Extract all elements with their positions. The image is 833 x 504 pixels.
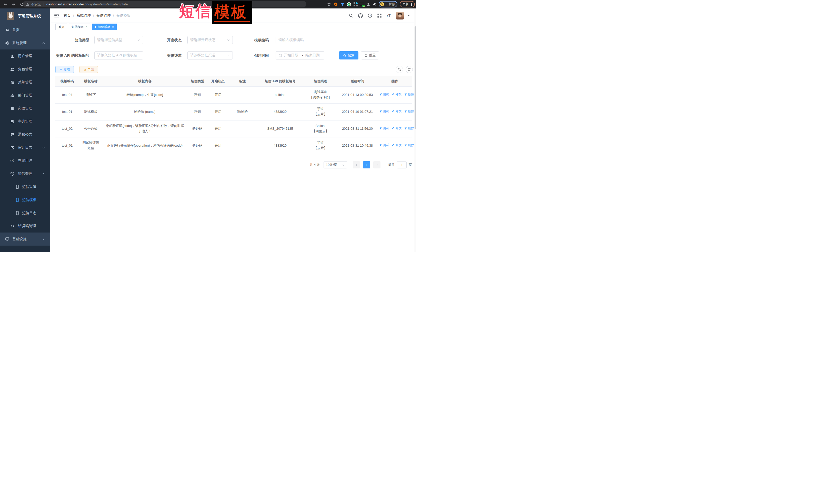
column-header: 创建时间	[337, 76, 378, 87]
extension-ring-icon[interactable]	[334, 2, 338, 6]
sidebar-item-label: 短信渠道	[22, 185, 37, 189]
sms-type-select[interactable]: 请选择短信类型	[94, 36, 143, 44]
sidebar-collapse-icon[interactable]	[54, 13, 60, 19]
sidebar-item-sms-log[interactable]: 短信日志	[0, 207, 50, 219]
scrollbar-thumb[interactable]	[414, 26, 416, 129]
sidebar-item-dept-management[interactable]: 部门管理	[0, 89, 50, 102]
test-row-button[interactable]: 测试	[379, 109, 389, 114]
address-bar[interactable]: 不安全 dashboard.yudao.iocoder.cn /system/s…	[23, 1, 306, 7]
channel-select[interactable]: 请选择短信渠道	[187, 51, 233, 59]
test-row-button[interactable]: 测试	[379, 92, 389, 97]
browser-profile-chip[interactable]: 已暂停	[379, 1, 398, 7]
sidebar-item-error-code-management[interactable]: 错误码管理	[0, 219, 50, 233]
sidebar-item-sms-channel[interactable]: 短信渠道	[0, 180, 50, 193]
reset-button[interactable]: 重置	[361, 51, 379, 59]
breadcrumb-sms[interactable]: 短信管理	[96, 13, 111, 18]
tab-sms-channel[interactable]: 短信渠道×	[69, 24, 90, 30]
sidebar-item-label: 首页	[12, 28, 20, 32]
column-header: 开启状态	[208, 76, 228, 87]
browser-forward-icon[interactable]	[10, 1, 17, 8]
tab-close-icon[interactable]: ×	[112, 25, 114, 28]
sidebar-item-menu-management[interactable]: 菜单管理	[0, 76, 50, 89]
sidebar-item-role-management[interactable]: 角色管理	[0, 63, 50, 76]
test-row-button[interactable]: 测试	[379, 143, 389, 148]
sidebar-item-dict-management[interactable]: 字典管理	[0, 115, 50, 128]
sidebar-item-system-management[interactable]: 系统管理	[0, 37, 50, 49]
sidebar-item-home[interactable]: 首页	[0, 23, 50, 37]
sidebar-item-audit-log[interactable]: 审计日志	[0, 141, 50, 154]
help-question-icon[interactable]: ?	[368, 13, 372, 18]
export-button[interactable]: 导出	[79, 66, 98, 73]
bookmark-star-icon[interactable]	[327, 2, 331, 6]
sidebar-item-online-users[interactable]: A在线用户	[0, 154, 50, 167]
sidebar-item-sms-template[interactable]: 短信模板	[0, 193, 50, 207]
cell-operations: 测试修改删除	[378, 120, 412, 137]
edit-row-button[interactable]: 修改	[391, 126, 402, 131]
url-domain: dashboard.yudao.iocoder.cn	[46, 2, 88, 6]
sidebar-item-user-management[interactable]: 用户管理	[0, 49, 50, 63]
search-button[interactable]: 搜索	[339, 51, 358, 59]
template-code-input[interactable]: 请输入模板编码	[276, 36, 324, 44]
security-chip-label[interactable]: 不安全	[31, 2, 41, 7]
user-avatar[interactable]	[396, 12, 404, 20]
breadcrumb-current: 短信模板	[116, 13, 131, 18]
tab-home[interactable]: 首页	[55, 24, 67, 30]
update-label: 更新	[403, 2, 409, 6]
sidebar-item-sms-management[interactable]: 短信管理	[0, 167, 50, 180]
profile-status-label: 已暂停	[386, 2, 395, 6]
extension-person-icon[interactable]	[366, 2, 370, 6]
browser-toolbar: 不安全 dashboard.yudao.iocoder.cn /system/s…	[0, 0, 416, 8]
github-icon[interactable]	[358, 13, 363, 18]
prev-page-button[interactable]	[353, 161, 360, 168]
page-number-button[interactable]: 1	[363, 161, 370, 168]
test-row-button[interactable]: 测试	[379, 126, 389, 131]
sms-type-label: 短信类型	[53, 36, 89, 44]
add-button[interactable]: 新增	[55, 66, 74, 73]
breadcrumb-system[interactable]: 系统管理	[76, 13, 91, 18]
edit-row-button[interactable]: 修改	[391, 109, 402, 114]
extension-list-icon[interactable]: on	[360, 3, 364, 6]
fullscreen-icon[interactable]	[377, 13, 382, 18]
sidebar-item-infrastructure[interactable]: 基础设施	[0, 233, 50, 246]
create-time-range-picker[interactable]: 开始日期 - 结束日期	[276, 51, 324, 59]
edit-row-button[interactable]: 修改	[391, 143, 402, 148]
sidebar-item-label: 审计日志	[18, 145, 32, 150]
tab-close-icon[interactable]: ×	[86, 25, 88, 28]
sidebar-logo[interactable]: 芋道管理系统	[0, 8, 50, 23]
chevron-down-icon	[227, 39, 230, 42]
extension-y-icon[interactable]: y	[347, 2, 351, 6]
browser-back-icon[interactable]	[2, 1, 9, 8]
page-header: 首页 / 系统管理 / 短信管理 / 短信模板 ? TT	[50, 8, 416, 23]
phone-icon	[16, 211, 20, 215]
table-row: test_02公告通知您的验证码{code}，该验证码5分钟内有效，请勿泄漏于他…	[55, 120, 412, 137]
extension-on-badge: on	[362, 5, 365, 7]
extensions-puzzle-icon[interactable]	[373, 2, 376, 6]
show-search-toggle-button[interactable]	[396, 66, 403, 73]
extension-grid-icon[interactable]	[353, 2, 358, 6]
browser-update-button[interactable]: 更新	[400, 1, 415, 7]
delete-row-button[interactable]: 删除	[404, 143, 414, 148]
edit-row-button[interactable]: 修改	[391, 92, 402, 97]
sidebar-item-announcement[interactable]: 通知公告	[0, 128, 50, 141]
font-size-icon[interactable]: TT	[387, 13, 391, 18]
refresh-table-button[interactable]	[406, 66, 413, 73]
send-icon	[379, 93, 382, 96]
cell-created-time: 2021-04-10 01:07:21	[337, 103, 378, 120]
status-select[interactable]: 请选择开启状态	[187, 36, 233, 44]
breadcrumb-home[interactable]: 首页	[64, 13, 71, 18]
op-label: 修改	[395, 92, 402, 97]
browser-menu-kebab-icon[interactable]	[410, 3, 413, 6]
delete-row-button[interactable]: 删除	[404, 126, 414, 131]
delete-row-button[interactable]: 删除	[404, 92, 414, 97]
delete-row-button[interactable]: 删除	[404, 109, 414, 114]
extension-gem-icon[interactable]	[340, 2, 344, 6]
code-icon	[10, 224, 14, 228]
page-size-select[interactable]: 10条/页	[324, 161, 347, 168]
sidebar-item-post-management[interactable]: 岗位管理	[0, 102, 50, 115]
goto-page-input[interactable]: 1	[397, 161, 407, 168]
api-template-id-input[interactable]: 请输入短信 API 的模板编	[94, 51, 143, 59]
avatar-caret-down-icon[interactable]	[407, 14, 410, 17]
tab-sms-template[interactable]: 短信模板×	[92, 24, 117, 30]
header-search-icon[interactable]	[349, 13, 353, 18]
next-page-button[interactable]	[373, 161, 380, 168]
